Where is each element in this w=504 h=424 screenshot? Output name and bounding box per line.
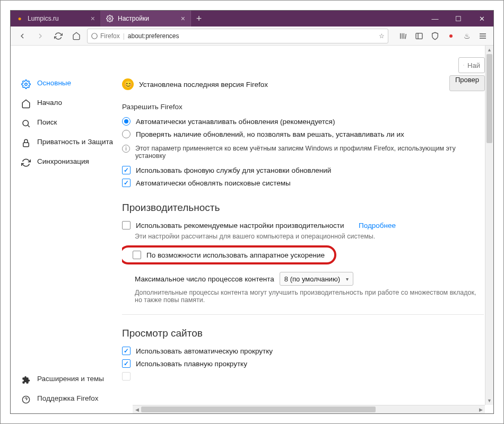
info-text: Этот параметр применяется ко всем учётны… bbox=[135, 145, 484, 160]
scroll-down-arrow-icon[interactable]: ▼ bbox=[485, 396, 493, 405]
search-input[interactable]: Най bbox=[458, 57, 485, 73]
checkbox-label: Использовать плавную прокрутку bbox=[136, 360, 247, 368]
notification-dot-icon[interactable] bbox=[445, 30, 457, 42]
checkbox-label: Использовать автоматическую прокрутку bbox=[136, 347, 273, 355]
home-button[interactable] bbox=[69, 29, 84, 43]
perf-hint2: Дополнительные процессы контента могут у… bbox=[122, 288, 484, 307]
checkbox-icon[interactable] bbox=[122, 359, 131, 368]
checkbox-label: По возможности использовать аппаратное у… bbox=[146, 251, 325, 259]
scrollbar-thumb[interactable] bbox=[486, 54, 492, 143]
nav-label: Синхронизация bbox=[37, 157, 89, 166]
favicon-lumpics: ● bbox=[16, 15, 23, 22]
library-icon[interactable] bbox=[397, 30, 410, 42]
minimize-button[interactable]: — bbox=[423, 11, 447, 26]
gear-icon bbox=[21, 80, 31, 89]
checkbox-label: Автоматически обновлять поисковые систем… bbox=[136, 179, 291, 187]
url-bar[interactable]: Firefox | about:preferences ☆ bbox=[87, 29, 388, 43]
svg-point-7 bbox=[463, 65, 464, 65]
firefox-icon bbox=[91, 32, 98, 40]
titlebar: ● Lumpics.ru × Настройки × + — ☐ ✕ bbox=[11, 11, 493, 26]
checkbox-background-service[interactable]: Использовать фоновую службу для установк… bbox=[122, 164, 484, 176]
reload-button[interactable] bbox=[51, 29, 66, 43]
svg-point-4 bbox=[23, 120, 29, 126]
gear-icon bbox=[106, 15, 114, 22]
close-window-button[interactable]: ✕ bbox=[470, 11, 493, 26]
highlight-hw-accel: По возможности использовать аппаратное у… bbox=[122, 245, 336, 264]
nav-support[interactable]: Поддержка Firefox bbox=[11, 390, 122, 409]
smiley-icon: 😊 bbox=[122, 78, 134, 90]
tab-settings[interactable]: Настройки × bbox=[101, 11, 191, 26]
content-processes-select[interactable]: 8 (по умолчанию) bbox=[280, 272, 353, 286]
select-value: 8 (по умолчанию) bbox=[284, 275, 340, 283]
scroll-right-arrow-icon[interactable]: ▶ bbox=[476, 407, 485, 412]
nav-general[interactable]: Основные bbox=[11, 74, 122, 94]
new-tab-button[interactable]: + bbox=[191, 11, 207, 26]
radio-auto-update[interactable]: Автоматически устанавливать обновления (… bbox=[122, 115, 484, 128]
tab-lumpics[interactable]: ● Lumpics.ru × bbox=[11, 11, 101, 26]
checkbox-icon[interactable] bbox=[122, 347, 131, 355]
svg-rect-2 bbox=[416, 33, 422, 39]
radio-icon[interactable] bbox=[122, 117, 131, 126]
nav-label: Поддержка Firefox bbox=[37, 394, 98, 403]
checkbox-icon[interactable] bbox=[122, 166, 131, 174]
search-icon bbox=[463, 61, 464, 69]
section-title-browsing: Просмотр сайтов bbox=[122, 328, 484, 339]
scrollbar-thumb[interactable] bbox=[141, 407, 376, 412]
section-title-performance: Производительность bbox=[122, 202, 484, 214]
learn-more-link[interactable]: Подробнее bbox=[359, 222, 396, 229]
nav-label: Поиск bbox=[37, 118, 57, 127]
nav-privacy[interactable]: Приватность и Защита bbox=[11, 133, 122, 153]
checkbox-partial[interactable] bbox=[122, 370, 484, 383]
checkbox-icon[interactable] bbox=[122, 179, 131, 187]
preferences-content: Най 😊 Установлена последняя версия Firef… bbox=[122, 46, 493, 413]
nav-search[interactable]: Поиск bbox=[11, 113, 122, 133]
search-placeholder: Най bbox=[467, 61, 480, 69]
radio-label: Автоматически устанавливать обновления (… bbox=[136, 118, 335, 126]
checkbox-icon[interactable] bbox=[122, 221, 131, 229]
window-controls: — ☐ ✕ bbox=[423, 11, 493, 26]
check-updates-button[interactable]: Провер bbox=[449, 75, 485, 91]
content-processes-row: Максимальное число процессов контента 8 … bbox=[122, 269, 484, 288]
sidebar-icon[interactable] bbox=[413, 30, 425, 42]
radio-icon[interactable] bbox=[122, 130, 131, 138]
nav-sync[interactable]: Синхронизация bbox=[11, 153, 122, 172]
horizontal-scrollbar[interactable]: ◀ ▶ bbox=[133, 405, 485, 413]
checkbox-icon[interactable] bbox=[122, 372, 131, 381]
close-icon[interactable]: × bbox=[91, 14, 95, 23]
checkbox-hw-accel[interactable] bbox=[133, 251, 141, 259]
tab-title: Lumpics.ru bbox=[28, 15, 86, 22]
update-status-row: 😊 Установлена последняя версия Firefox bbox=[122, 59, 484, 98]
bookmark-star-icon[interactable]: ☆ bbox=[379, 32, 385, 40]
maximize-button[interactable]: ☐ bbox=[447, 11, 470, 26]
search-icon bbox=[21, 119, 31, 128]
checkbox-label: Использовать фоновую службу для установк… bbox=[136, 166, 331, 174]
checkbox-recommended-perf[interactable]: Использовать рекомендуемые настройки про… bbox=[122, 219, 484, 232]
radio-check-update[interactable]: Проверять наличие обновлений, но позволя… bbox=[122, 128, 484, 140]
nav-addons[interactable]: Расширения и темы bbox=[11, 370, 122, 390]
close-icon[interactable]: × bbox=[181, 14, 185, 23]
sync-icon bbox=[21, 158, 31, 167]
shield-icon[interactable] bbox=[429, 30, 441, 42]
menu-button[interactable] bbox=[476, 30, 489, 42]
checkbox-update-search-engines[interactable]: Автоматически обновлять поисковые систем… bbox=[122, 176, 484, 189]
vertical-scrollbar[interactable]: ▲ ▼ bbox=[485, 46, 493, 405]
perf-hint: Эти настройки рассчитаны для вашего комп… bbox=[122, 232, 484, 243]
checkbox-autoscroll[interactable]: Использовать автоматическую прокрутку bbox=[122, 344, 484, 357]
scroll-up-arrow-icon[interactable]: ▲ bbox=[485, 46, 493, 54]
svg-rect-5 bbox=[23, 143, 29, 147]
identity-box[interactable]: Firefox bbox=[91, 32, 120, 40]
forward-button[interactable] bbox=[33, 29, 48, 43]
svg-point-3 bbox=[25, 83, 28, 86]
nav-label: Начало bbox=[37, 99, 62, 108]
help-icon bbox=[21, 395, 31, 404]
allow-firefox-title: Разрешить Firefox bbox=[122, 103, 484, 111]
nav-home[interactable]: Начало bbox=[11, 94, 122, 113]
scroll-left-arrow-icon[interactable]: ◀ bbox=[133, 407, 141, 412]
update-status-text: Установлена последняя версия Firefox bbox=[139, 81, 268, 89]
fire-icon[interactable]: ♨ bbox=[460, 30, 473, 42]
nav-label: Основные bbox=[37, 79, 71, 88]
checkbox-smoothscroll[interactable]: Использовать плавную прокрутку bbox=[122, 357, 484, 370]
checkbox-label: Использовать рекомендуемые настройки про… bbox=[136, 222, 344, 229]
preferences-body: Основные Начало Поиск Приватность и Защи… bbox=[11, 46, 493, 413]
back-button[interactable] bbox=[15, 29, 30, 43]
